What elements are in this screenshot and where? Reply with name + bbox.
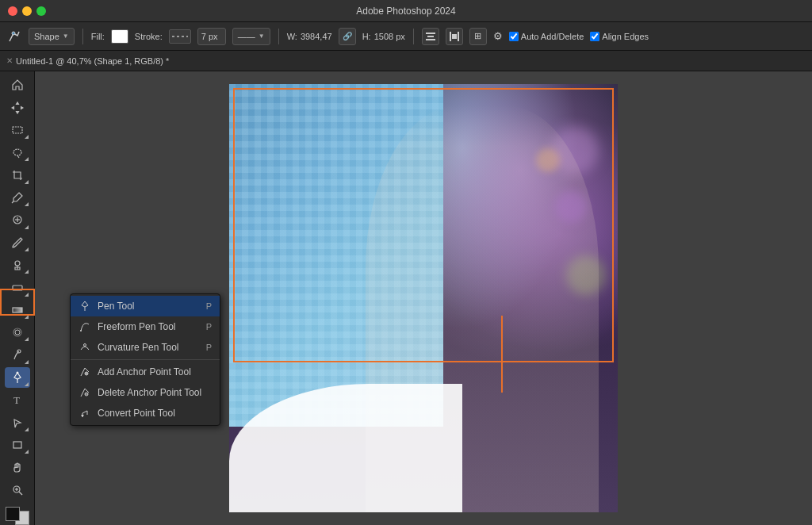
width-group: W: 3984,47 xyxy=(287,32,332,41)
auto-add-delete-label: Auto Add/Delete xyxy=(521,32,584,41)
convert-point-icon xyxy=(79,407,91,420)
canvas-area: Pen Tool P Freeform Pen Tool P Curvature… xyxy=(35,71,812,525)
svg-rect-24 xyxy=(13,442,21,448)
doc-tab-title: Untitled-1 @ 40,7% (Shape 1, RGB/8) * xyxy=(16,56,169,66)
freeform-pen-tool-icon xyxy=(79,320,91,333)
convert-point-label: Convert Point Tool xyxy=(98,408,175,419)
home-tool[interactable] xyxy=(5,75,30,95)
warp-button[interactable]: ⊞ xyxy=(469,28,487,45)
canvas xyxy=(229,84,618,512)
traffic-lights xyxy=(8,6,46,16)
minimize-button[interactable] xyxy=(22,6,32,16)
delete-anchor-point-icon xyxy=(79,386,91,399)
auto-add-delete-checkbox[interactable] xyxy=(509,32,519,41)
svg-rect-6 xyxy=(452,34,457,39)
rectangle-tool[interactable] xyxy=(5,435,30,455)
delete-anchor-point-tool-menu-item[interactable]: Delete Anchor Point Tool xyxy=(71,382,220,403)
stroke-width-input[interactable] xyxy=(197,28,226,45)
clone-stamp-tool[interactable] xyxy=(5,255,30,275)
svg-point-22 xyxy=(16,371,18,374)
align-edges-checkbox[interactable] xyxy=(590,32,599,41)
stroke-line-preview xyxy=(172,36,188,37)
align-edges-group: Align Edges xyxy=(590,32,649,41)
svg-rect-5 xyxy=(458,32,459,41)
doc-close-icon[interactable]: ✕ xyxy=(6,56,13,65)
curvature-pen-shortcut: P xyxy=(206,343,212,352)
svg-rect-1 xyxy=(426,33,435,34)
left-toolbar: T xyxy=(0,71,35,525)
fill-color-swatch[interactable] xyxy=(111,29,128,44)
add-anchor-point-icon xyxy=(79,366,91,378)
pen-tool-label: Pen Tool xyxy=(98,301,134,312)
svg-rect-16 xyxy=(13,308,22,312)
align-button[interactable] xyxy=(422,28,439,45)
brush-tool[interactable] xyxy=(5,232,30,253)
gradient-tool[interactable] xyxy=(5,300,30,320)
pen-tool-icon-options xyxy=(6,29,22,44)
close-button[interactable] xyxy=(8,6,17,16)
options-bar: Shape ▼ Fill: Stroke: —— ▼ W: 3984,47 🔗 … xyxy=(0,22,812,51)
svg-line-26 xyxy=(19,492,22,495)
maximize-button[interactable] xyxy=(36,6,46,16)
convert-point-tool-menu-item[interactable]: Convert Point Tool xyxy=(71,403,220,423)
stroke-label: Stroke: xyxy=(135,32,163,41)
svg-rect-7 xyxy=(13,127,22,133)
move-tool[interactable] xyxy=(5,97,30,117)
app-title: Adobe Photoshop 2024 xyxy=(356,6,455,17)
svg-point-8 xyxy=(13,149,21,155)
zoom-tool[interactable] xyxy=(5,479,30,500)
healing-brush-tool[interactable] xyxy=(5,209,30,230)
svg-point-19 xyxy=(15,330,20,335)
blur-tool[interactable] xyxy=(5,322,30,343)
lasso-tool[interactable] xyxy=(5,142,30,163)
delete-anchor-label: Delete Anchor Point Tool xyxy=(98,387,201,398)
stroke-preview[interactable] xyxy=(169,29,191,44)
canvas-image xyxy=(229,84,618,512)
pen-tool-dropdown: Pen Tool P Freeform Pen Tool P Curvature… xyxy=(70,293,220,426)
eraser-tool[interactable] xyxy=(5,277,30,297)
dodge-tool[interactable] xyxy=(5,344,30,365)
stroke-type-dropdown[interactable]: —— ▼ xyxy=(232,28,270,45)
curvature-pen-label: Curvature Pen Tool xyxy=(98,342,179,353)
path-selection-tool[interactable] xyxy=(5,412,30,432)
hand-tool[interactable] xyxy=(5,457,30,477)
link-dimensions-button[interactable]: 🔗 xyxy=(339,28,356,45)
pen-tool-menu-icon xyxy=(79,300,91,312)
chevron-down-icon: ▼ xyxy=(259,33,265,40)
separator xyxy=(82,29,83,44)
svg-point-14 xyxy=(15,261,20,266)
title-bar: Adobe Photoshop 2024 xyxy=(0,0,812,22)
main-area: T xyxy=(0,71,812,525)
svg-point-30 xyxy=(80,330,82,331)
curvature-pen-tool-menu-item[interactable]: Curvature Pen Tool P xyxy=(71,337,220,358)
curvature-pen-tool-icon xyxy=(79,341,91,354)
w-label: W: xyxy=(287,32,297,41)
pen-tool-menu-item[interactable]: Pen Tool P xyxy=(71,296,220,316)
doc-tab-bar: ✕ Untitled-1 @ 40,7% (Shape 1, RGB/8) * xyxy=(0,51,812,71)
align-edges-label: Align Edges xyxy=(602,32,649,41)
settings-icon[interactable]: ⚙ xyxy=(493,30,503,42)
freeform-pen-label: Freeform Pen Tool xyxy=(98,321,176,332)
menu-divider xyxy=(71,359,220,360)
doc-tab[interactable]: ✕ Untitled-1 @ 40,7% (Shape 1, RGB/8) * xyxy=(6,56,169,66)
eyedropper-tool[interactable] xyxy=(5,187,30,208)
svg-line-9 xyxy=(17,155,19,158)
separator xyxy=(278,29,279,44)
h-label: H: xyxy=(362,32,371,41)
rectangle-marquee-tool[interactable] xyxy=(5,120,30,140)
tool-mode-dropdown[interactable]: Shape ▼ xyxy=(29,28,75,45)
distribute-button[interactable] xyxy=(446,28,463,45)
w-value: 3984,47 xyxy=(301,32,332,41)
freeform-pen-tool-menu-item[interactable]: Freeform Pen Tool P xyxy=(71,316,220,337)
auto-add-delete-group: Auto Add/Delete xyxy=(509,32,584,41)
svg-line-10 xyxy=(12,201,13,203)
h-value: 1508 px xyxy=(374,32,405,41)
crop-tool[interactable] xyxy=(5,164,30,185)
chevron-down-icon: ▼ xyxy=(63,33,69,40)
pen-tool-button[interactable] xyxy=(5,367,30,388)
freeform-pen-shortcut: P xyxy=(206,322,212,331)
foreground-color-swatch[interactable] xyxy=(6,507,20,521)
add-anchor-point-tool-menu-item[interactable]: Add Anchor Point Tool xyxy=(71,362,220,382)
text-tool[interactable]: T xyxy=(5,389,30,410)
svg-text:T: T xyxy=(13,394,20,406)
